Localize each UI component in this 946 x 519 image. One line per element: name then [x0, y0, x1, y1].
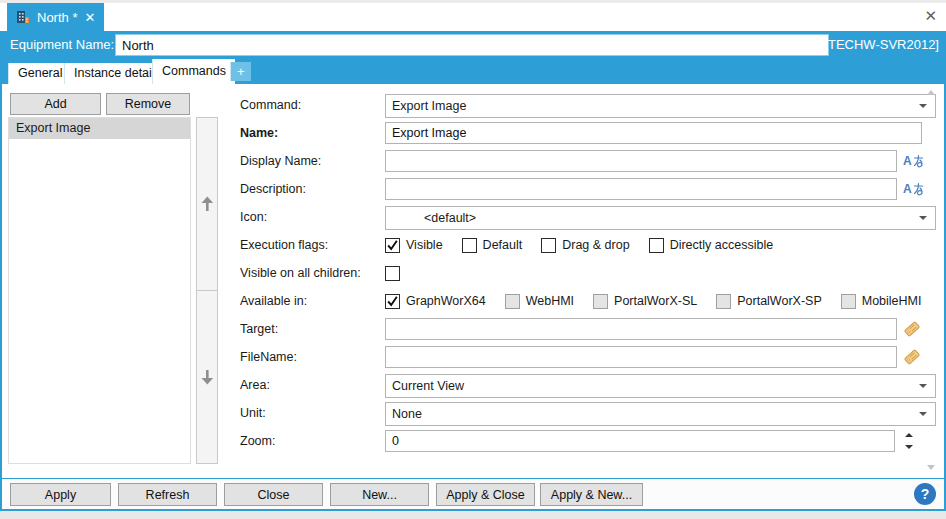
checkbox-box: [385, 294, 400, 309]
zoom-label: Zoom:: [240, 430, 275, 452]
checkbox-portalworx-sl: PortalWorX-SL: [593, 294, 697, 309]
description-label: Description:: [240, 178, 306, 200]
zoom-input[interactable]: [385, 430, 895, 452]
area-value: Current View: [392, 379, 464, 393]
available-in-label: Available in:: [240, 290, 307, 312]
checkbox-box: [541, 238, 556, 253]
filename-label: FileName:: [240, 346, 297, 368]
command-value: Export Image: [392, 99, 466, 113]
svg-text:A: A: [903, 182, 912, 196]
check-icon: [386, 239, 399, 252]
tab-close-icon[interactable]: ✕: [84, 11, 95, 24]
tag-browse-icon[interactable]: [903, 320, 921, 338]
svg-text:A: A: [903, 154, 912, 168]
area-label: Area:: [240, 374, 270, 396]
checkbox-box: [649, 238, 664, 253]
checkbox-graphworx64[interactable]: GraphWorX64: [385, 294, 486, 309]
checkbox-mobilehmi: MobileHMI: [841, 294, 922, 309]
description-input[interactable]: [385, 178, 897, 200]
checkbox-visible-on-all-children[interactable]: [385, 266, 400, 281]
tab-add-plus[interactable]: +: [230, 62, 251, 81]
unit-label: Unit:: [240, 402, 266, 424]
checkbox-box: [385, 266, 400, 281]
checkbox-box: [841, 294, 856, 309]
execution-flags-label: Execution flags:: [240, 234, 328, 256]
move-down-button[interactable]: [196, 290, 218, 464]
arrow-up-icon: [200, 196, 214, 212]
add-button[interactable]: Add: [10, 93, 101, 115]
filename-input[interactable]: [385, 346, 897, 368]
execution-flags-group: Visible Default Drag & drop Directly acc…: [385, 234, 792, 256]
checkbox-box: [462, 238, 477, 253]
document-tab-title: North *: [37, 10, 77, 25]
arrow-down-icon: [200, 369, 214, 385]
checkbox-directly-accessible[interactable]: Directly accessible: [649, 238, 774, 253]
command-label: Command:: [240, 94, 301, 116]
icon-value: <default>: [392, 211, 476, 225]
display-name-input[interactable]: [385, 150, 897, 172]
commands-panel: Add Remove Export Image Command: Export: [0, 84, 946, 478]
server-name-label: [TECHW-SVR2012]: [824, 31, 939, 58]
form-scrollbar[interactable]: [925, 88, 937, 472]
equipment-name-bar: Equipment Name: [TECHW-SVR2012]: [0, 31, 946, 58]
area-dropdown[interactable]: Current View: [385, 374, 936, 398]
spinner-up-icon[interactable]: [905, 433, 913, 437]
apply-button[interactable]: Apply: [10, 483, 111, 506]
name-input[interactable]: [385, 122, 922, 144]
zoom-spinner[interactable]: [903, 430, 915, 452]
apply-and-new-button[interactable]: Apply & New...: [540, 483, 643, 506]
list-item-export-image[interactable]: Export Image: [9, 118, 190, 139]
move-up-button[interactable]: [196, 117, 218, 291]
tab-general[interactable]: General: [8, 63, 71, 84]
commands-listbox[interactable]: Export Image: [8, 117, 191, 464]
checkbox-visible[interactable]: Visible: [385, 238, 443, 253]
icon-label: Icon:: [240, 206, 267, 228]
scroll-up-icon[interactable]: [927, 90, 935, 95]
localization-icon[interactable]: A: [903, 153, 925, 169]
reorder-column: [196, 117, 218, 464]
localization-icon[interactable]: A: [903, 181, 925, 197]
unit-value: None: [392, 407, 422, 421]
refresh-button[interactable]: Refresh: [118, 483, 217, 506]
equipment-icon: [16, 10, 30, 24]
scroll-down-icon[interactable]: [927, 465, 935, 470]
checkbox-default[interactable]: Default: [462, 238, 523, 253]
target-input[interactable]: [385, 318, 897, 340]
visible-children-label: Visible on all children:: [240, 262, 361, 284]
checkbox-box: [385, 238, 400, 253]
visible-children-group: [385, 262, 419, 284]
equipment-name-input[interactable]: [115, 34, 829, 56]
spinner-down-icon[interactable]: [905, 445, 913, 449]
name-label: Name:: [240, 122, 278, 144]
tab-commands[interactable]: Commands: [152, 59, 235, 84]
footer-bar: Apply Refresh Close New... Apply & Close…: [0, 478, 946, 511]
close-button[interactable]: Close: [224, 483, 323, 506]
checkbox-webhmi: WebHMI: [505, 294, 574, 309]
checkbox-box: [716, 294, 731, 309]
checkbox-box: [505, 294, 520, 309]
equipment-editor-window: North * ✕ ✕ Equipment Name: [TECHW-SVR20…: [0, 0, 946, 519]
window-close-icon[interactable]: ✕: [924, 8, 937, 23]
nav-tab-row: General Instance details Commands +: [0, 58, 946, 84]
target-label: Target:: [240, 318, 278, 340]
unit-dropdown[interactable]: None: [385, 402, 936, 426]
icon-dropdown[interactable]: <default>: [385, 206, 936, 230]
available-in-group: GraphWorX64 WebHMI PortalWorX-SL PortalW…: [385, 290, 940, 312]
tag-browse-icon[interactable]: [903, 348, 921, 366]
check-icon: [386, 295, 399, 308]
document-tab-north[interactable]: North * ✕: [7, 3, 104, 31]
remove-button[interactable]: Remove: [106, 93, 190, 115]
new-button[interactable]: New...: [330, 483, 429, 506]
checkbox-portalworx-sp: PortalWorX-SP: [716, 294, 822, 309]
help-button[interactable]: ?: [914, 483, 936, 505]
equipment-name-label: Equipment Name:: [10, 31, 114, 58]
apply-and-close-button[interactable]: Apply & Close: [436, 483, 535, 506]
command-dropdown[interactable]: Export Image: [385, 94, 936, 118]
document-tab-strip: North * ✕ ✕: [0, 0, 946, 34]
display-name-label: Display Name:: [240, 150, 321, 172]
checkbox-box: [593, 294, 608, 309]
checkbox-drag-drop[interactable]: Drag & drop: [541, 238, 629, 253]
